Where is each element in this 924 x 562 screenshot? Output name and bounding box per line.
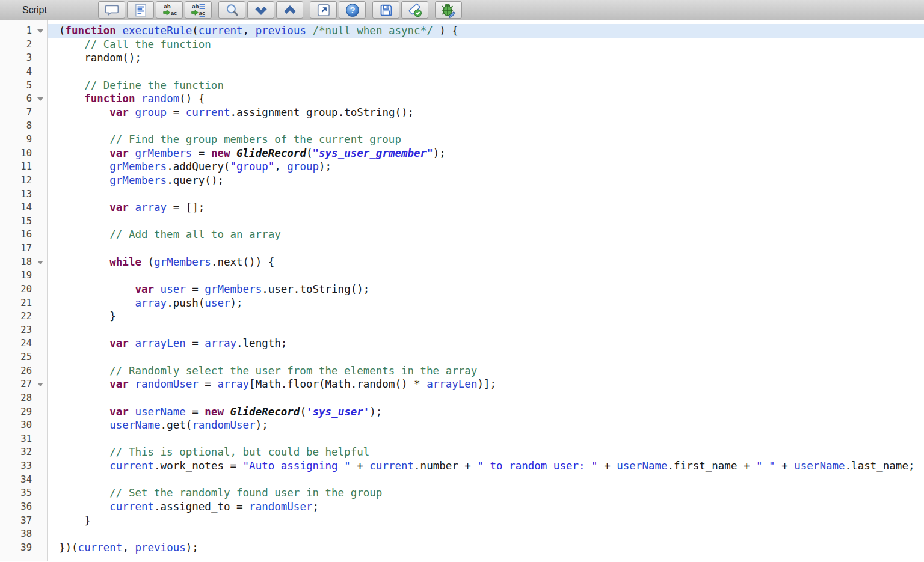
help-button[interactable]: ? (339, 1, 366, 19)
code-line[interactable]: current.assigned_to = randomUser; (48, 500, 924, 514)
svg-text:ab: ab (164, 3, 170, 10)
format-code-icon (133, 2, 149, 18)
line-number: 29 (0, 405, 47, 419)
line-number: 14 (0, 201, 47, 215)
code-line[interactable]: })(current, previous); (48, 541, 924, 555)
code-line[interactable]: while (grMembers.next()) { (48, 255, 924, 269)
code-line[interactable]: // Randomly select the user from the ele… (48, 364, 924, 378)
code-line[interactable]: var userName = new GlideRecord('sys_user… (48, 405, 924, 419)
svg-text:?: ? (350, 5, 355, 14)
code-line[interactable]: // Find the group members of the current… (48, 133, 924, 147)
line-number: 35 (0, 486, 47, 500)
save-button[interactable] (372, 1, 399, 19)
comment-toggle-button[interactable] (98, 1, 125, 19)
line-number: 22 (0, 310, 47, 323)
code-line[interactable]: var randomUser = array[Math.floor(Math.r… (48, 377, 924, 391)
code-line[interactable]: } (48, 514, 924, 528)
search-button[interactable] (218, 1, 245, 19)
code-line[interactable] (48, 473, 924, 487)
line-number: 9 (0, 133, 47, 147)
svg-text:ab: ab (192, 3, 199, 10)
code-line[interactable] (48, 65, 924, 79)
code-line[interactable] (48, 242, 924, 255)
code-line[interactable] (48, 269, 924, 283)
line-number: 12 (0, 174, 47, 188)
code-line[interactable] (48, 215, 924, 228)
debug-icon (441, 2, 457, 18)
line-number: 8 (0, 119, 47, 133)
line-number: 36 (0, 500, 47, 514)
fold-arrow-icon[interactable] (37, 29, 43, 33)
save-icon (378, 2, 394, 18)
fold-arrow-icon[interactable] (37, 383, 43, 386)
code-line[interactable]: var group = current.assignment_group.toS… (48, 106, 924, 120)
code-line[interactable] (48, 432, 924, 446)
line-number: 20 (0, 283, 47, 296)
code-line[interactable]: function random() { (48, 92, 924, 106)
code-line[interactable]: (function executeRule(current, previous … (48, 24, 924, 38)
line-number: 34 (0, 473, 47, 487)
replace-button[interactable]: abac (156, 1, 183, 19)
code-line[interactable] (48, 350, 924, 364)
syntax-check-icon (407, 2, 423, 18)
replace-all-icon: abac (191, 2, 206, 18)
line-number: 19 (0, 269, 47, 283)
code-line[interactable] (48, 391, 924, 405)
find-previous-icon (282, 2, 298, 18)
code-line[interactable]: // This is optional, but could be helpfu… (48, 445, 924, 459)
line-number: 30 (0, 418, 47, 432)
line-number: 27 (0, 377, 47, 391)
line-number: 16 (0, 228, 47, 242)
code-line[interactable]: current.work_notes = "Auto assigning " +… (48, 459, 924, 473)
line-number: 28 (0, 391, 47, 405)
code-line[interactable]: // Call the function (48, 38, 924, 52)
code-line[interactable]: grMembers.addQuery("group", group); (48, 160, 924, 174)
find-next-button[interactable] (247, 1, 274, 19)
line-number: 10 (0, 147, 47, 160)
code-line[interactable]: var grMembers = new GlideRecord("sys_use… (48, 147, 924, 160)
fold-arrow-icon[interactable] (37, 97, 43, 101)
search-icon (224, 2, 240, 18)
code-area[interactable]: (function executeRule(current, previous … (48, 20, 924, 561)
code-line[interactable]: } (48, 310, 924, 323)
open-in-new-window-button[interactable] (310, 1, 337, 19)
syntax-check-button[interactable] (401, 1, 428, 19)
line-number: 33 (0, 459, 47, 473)
line-number: 1 (0, 24, 47, 38)
svg-text:ac: ac (170, 10, 177, 16)
line-number: 38 (0, 527, 47, 541)
line-number: 24 (0, 337, 47, 350)
code-line[interactable] (48, 119, 924, 133)
replace-all-button[interactable]: abac (185, 1, 212, 19)
line-number-gutter: 1234567891011121314151617181920212223242… (0, 20, 48, 561)
line-number: 23 (0, 323, 47, 337)
find-previous-button[interactable] (276, 1, 303, 19)
code-line[interactable]: // Define the function (48, 79, 924, 93)
line-number: 25 (0, 350, 47, 364)
code-line[interactable]: array.push(user); (48, 296, 924, 310)
code-line[interactable]: userName.get(randomUser); (48, 418, 924, 432)
code-line[interactable]: grMembers.query(); (48, 174, 924, 188)
line-number: 21 (0, 296, 47, 310)
format-code-button[interactable] (127, 1, 154, 19)
code-line[interactable]: // Set the randomly found user in the gr… (48, 486, 924, 500)
code-line[interactable] (48, 323, 924, 337)
line-number: 13 (0, 188, 47, 201)
script-field-label: Script (22, 5, 47, 16)
script-editor[interactable]: 1234567891011121314151617181920212223242… (0, 20, 924, 561)
code-line[interactable]: // Add them all to an array (48, 228, 924, 242)
code-line[interactable]: var user = grMembers.user.toString(); (48, 283, 924, 296)
svg-text:ac: ac (199, 10, 205, 16)
toolbar-buttons: abacabac? (98, 1, 464, 19)
debug-button[interactable] (435, 1, 462, 19)
fold-arrow-icon[interactable] (37, 261, 43, 264)
code-line[interactable]: var array = []; (48, 201, 924, 215)
code-line[interactable] (48, 188, 924, 201)
line-number: 37 (0, 514, 47, 528)
code-line[interactable]: var arrayLen = array.length; (48, 337, 924, 350)
code-line[interactable]: random(); (48, 51, 924, 65)
line-number: 3 (0, 51, 47, 65)
replace-icon: abac (162, 2, 177, 18)
code-line[interactable] (48, 527, 924, 541)
line-number: 39 (0, 541, 47, 555)
